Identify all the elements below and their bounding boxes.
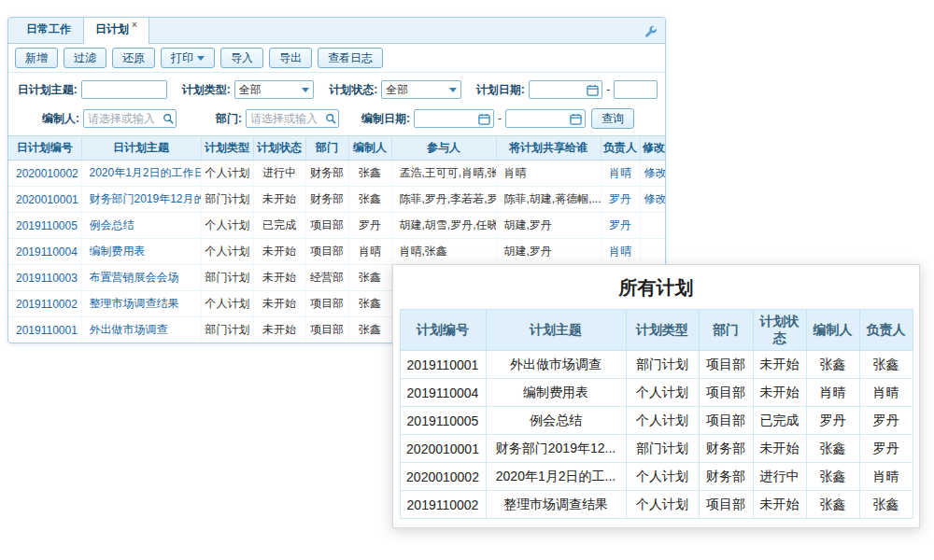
cell-plan-id: 2020010002 <box>400 463 486 491</box>
cell-plan-id: 2019110005 <box>400 407 486 435</box>
cell-plan-owner: 张鑫 <box>859 491 913 519</box>
date-range-separator: - <box>498 112 502 125</box>
all-plans-window: 所有计划 计划编号计划主题计划类型部门计划状态编制人负责人 2019110001… <box>392 264 920 528</box>
cell-owner[interactable]: 肖晴 <box>601 239 640 265</box>
main-column-header[interactable]: 部门 <box>305 136 348 161</box>
cell-share: 胡建,罗丹 <box>496 213 601 239</box>
cell-plan-dept: 项目部 <box>699 351 753 379</box>
plan-date-to-input[interactable] <box>614 80 658 99</box>
tab-daily-plan-label: 日计划 <box>95 22 129 35</box>
cell-edit[interactable]: 修改 <box>640 161 666 187</box>
create-date-to-input[interactable] <box>505 109 586 128</box>
cell-subject[interactable]: 外出做市场调查 <box>81 317 201 343</box>
plan-row: 2020010001财务部门2019年12...部门计划财务部未开始张鑫罗丹 <box>400 435 913 463</box>
tab-daily-plan[interactable]: 日计划× <box>83 17 149 44</box>
dept-label: 部门: <box>190 111 242 127</box>
cell-dept: 项目部 <box>305 213 348 239</box>
main-column-header[interactable]: 计划类型 <box>201 136 253 161</box>
plan-date-from-input[interactable] <box>529 80 603 99</box>
cell-creator: 罗丹 <box>348 213 391 239</box>
cell-plan-subject: 外出做市场调查 <box>486 351 626 379</box>
date-range-separator: - <box>606 83 610 96</box>
cell-plan-type: 个人计划 <box>626 463 699 491</box>
export-button[interactable]: 导出 <box>269 48 312 68</box>
cell-plan-status: 未开始 <box>753 379 806 407</box>
cell-owner[interactable]: 罗丹 <box>601 213 640 239</box>
tab-daily-work[interactable]: 日常工作 <box>14 17 83 43</box>
cell-owner[interactable]: 罗丹 <box>601 187 640 213</box>
main-column-header[interactable]: 编制人 <box>348 136 391 161</box>
cell-plan-type: 个人计划 <box>626 407 699 435</box>
magnifier-icon[interactable] <box>325 113 336 124</box>
filter-button[interactable]: 过滤 <box>64 48 106 68</box>
view-log-button[interactable]: 查看日志 <box>318 48 383 68</box>
cell-subject[interactable]: 布置营销展会会场 <box>81 265 201 291</box>
cell-subject[interactable]: 财务部门2019年12月的... <box>81 187 201 213</box>
cell-plan-status: 未开始 <box>753 491 806 519</box>
cell-id[interactable]: 2019110004 <box>8 239 81 265</box>
cell-edit[interactable]: 修改 <box>640 187 666 213</box>
cell-plan-subject: 整理市场调查结果 <box>486 491 626 519</box>
filter-row-2: 编制人: 部门: 编制日期: <box>16 106 658 131</box>
plan-column-header: 编制人 <box>806 310 859 351</box>
cell-status: 未开始 <box>253 317 305 343</box>
cell-plan-dept: 项目部 <box>699 379 753 407</box>
plan-type-value: 全部 <box>239 82 262 98</box>
plan-status-label: 计划状态: <box>327 82 377 98</box>
main-column-header[interactable]: 计划状态 <box>253 136 305 161</box>
cell-plan-status: 已完成 <box>753 407 806 435</box>
cell-status: 已完成 <box>253 213 305 239</box>
cell-participants: 孟浩,王可可,肖晴,张鑫 <box>391 161 496 187</box>
cell-plan-status: 未开始 <box>753 435 806 463</box>
daily-plan-row[interactable]: 2020010001财务部门2019年12月的...部门计划未开始财务部张鑫陈菲… <box>8 187 666 213</box>
query-button[interactable]: 查询 <box>591 108 634 129</box>
cell-plan-id: 2020010001 <box>400 435 486 463</box>
add-button[interactable]: 新增 <box>15 48 58 68</box>
plan-column-header: 部门 <box>699 310 753 351</box>
cell-plan-type: 个人计划 <box>626 491 699 519</box>
cell-subject[interactable]: 2020年1月2日的工作日... <box>81 161 201 187</box>
cell-plan-subject: 2020年1月2日的工... <box>486 463 626 491</box>
cell-id[interactable]: 2019110002 <box>8 291 81 317</box>
daily-plan-row[interactable]: 20200100022020年1月2日的工作日...个人计划进行中财务部张鑫孟浩… <box>8 161 666 187</box>
print-button[interactable]: 打印 <box>161 48 215 68</box>
main-column-header[interactable]: 日计划编号 <box>8 136 81 161</box>
cell-share: 陈菲,胡建,蒋德帼,... <box>496 187 601 213</box>
main-column-header[interactable]: 修改 <box>640 136 666 161</box>
all-plans-title: 所有计划 <box>393 275 919 301</box>
cell-dept: 项目部 <box>305 317 348 343</box>
cell-plan-owner: 肖晴 <box>859 379 913 407</box>
plan-status-select[interactable]: 全部 <box>381 80 460 99</box>
daily-plan-row[interactable]: 2019110005例会总结个人计划已完成项目部罗丹胡建,胡雪,罗丹,任晓...… <box>8 213 666 239</box>
main-column-header[interactable]: 日计划主题 <box>81 136 201 161</box>
cell-id[interactable]: 2020010001 <box>8 187 81 213</box>
cell-plan-dept: 项目部 <box>699 407 753 435</box>
plan-row: 2019110001外出做市场调查部门计划项目部未开始张鑫张鑫 <box>400 351 913 379</box>
cell-subject[interactable]: 例会总结 <box>81 213 201 239</box>
main-column-header[interactable]: 参与人 <box>391 136 496 161</box>
cell-plan-subject: 财务部门2019年12... <box>486 435 626 463</box>
subject-input[interactable] <box>81 80 167 99</box>
calendar-icon <box>478 113 490 125</box>
cell-subject[interactable]: 整理市场调查结果 <box>81 291 201 317</box>
cell-plan-owner: 肖晴 <box>859 463 913 491</box>
create-date-from-input[interactable] <box>414 109 494 128</box>
cell-subject[interactable]: 编制费用表 <box>81 239 201 265</box>
tools-button[interactable] <box>643 23 659 40</box>
cell-id[interactable]: 2020010002 <box>8 161 81 187</box>
cell-id[interactable]: 2019110005 <box>8 213 81 239</box>
cell-owner[interactable]: 肖晴 <box>601 161 640 187</box>
cell-id[interactable]: 2019110001 <box>8 317 81 343</box>
tab-close-icon[interactable]: × <box>132 20 137 30</box>
main-column-header[interactable]: 将计划共享给谁 <box>496 136 601 161</box>
cell-id[interactable]: 2019110003 <box>8 265 81 291</box>
plan-type-select[interactable]: 全部 <box>234 80 314 99</box>
main-table-header-row: 日计划编号日计划主题计划类型计划状态部门编制人参与人将计划共享给谁负责人修改 <box>8 136 666 161</box>
plan-type-label: 计划类型: <box>180 82 231 98</box>
daily-plan-row[interactable]: 2019110004编制费用表个人计划未开始项目部肖晴肖晴,张鑫胡建,罗丹肖晴 <box>8 239 666 265</box>
cell-plan-subject: 例会总结 <box>486 407 626 435</box>
import-button[interactable]: 导入 <box>220 48 263 68</box>
main-column-header[interactable]: 负责人 <box>601 136 640 161</box>
magnifier-icon[interactable] <box>163 113 174 124</box>
restore-button[interactable]: 还原 <box>112 48 155 68</box>
